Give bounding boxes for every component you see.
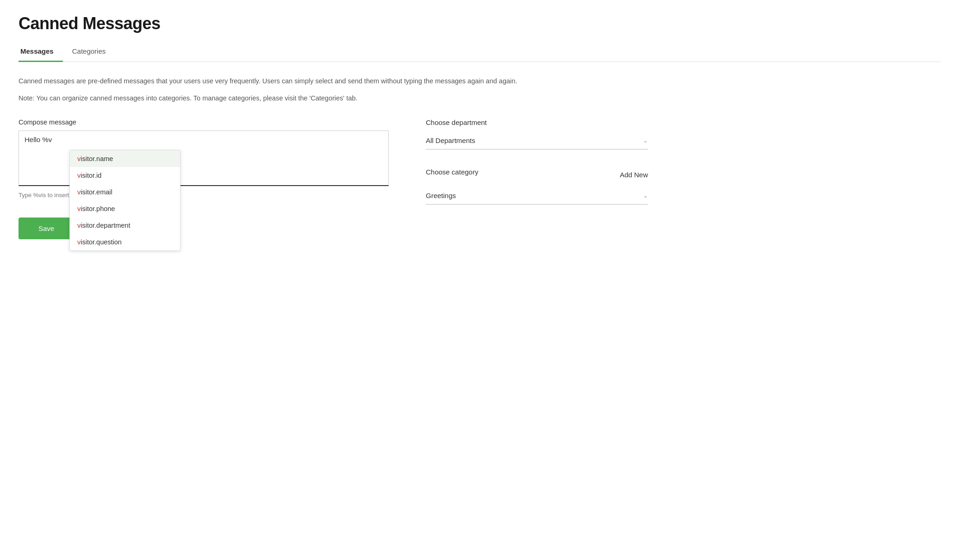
tab-categories[interactable]: Categories — [70, 43, 115, 62]
autocomplete-item-visitor-name[interactable]: visitor.name — [70, 150, 180, 167]
autocomplete-item-visitor-question[interactable]: visitor.question — [70, 234, 180, 250]
page-title: Canned Messages — [19, 14, 940, 33]
compose-label: Compose message — [19, 118, 389, 126]
department-selected-value: All Departments — [426, 137, 475, 144]
description-note: Note: You can organize canned messages i… — [19, 93, 940, 104]
autocomplete-item-visitor-email[interactable]: visitor.email — [70, 184, 180, 200]
save-button[interactable]: Save — [19, 218, 74, 239]
form-right: Choose department All Departments ⌄ Choo… — [426, 118, 648, 205]
add-new-link[interactable]: Add New — [620, 171, 648, 179]
department-dropdown[interactable]: All Departments ⌄ — [426, 132, 648, 149]
category-section: Choose category Add New Greetings ⌄ — [426, 168, 648, 205]
category-label: Choose category — [426, 168, 478, 176]
category-chevron-down-icon: ⌄ — [643, 192, 648, 199]
autocomplete-scroll: visitor.name visitor.id visitor.email vi… — [70, 150, 180, 250]
tab-messages[interactable]: Messages — [19, 43, 63, 62]
autocomplete-dropdown: visitor.name visitor.id visitor.email vi… — [69, 150, 181, 251]
department-chevron-down-icon: ⌄ — [643, 137, 648, 144]
compose-wrapper: Hello %v visitor.name visitor.id visitor… — [19, 131, 389, 186]
department-section: Choose department All Departments ⌄ — [426, 118, 648, 149]
description-block: Canned messages are pre-defined messages… — [19, 76, 940, 104]
autocomplete-item-visitor-department[interactable]: visitor.department — [70, 217, 180, 234]
department-label: Choose department — [426, 118, 648, 126]
category-header: Choose category Add New — [426, 168, 648, 181]
autocomplete-item-visitor-id[interactable]: visitor.id — [70, 167, 180, 184]
tabs-bar: Messages Categories — [19, 43, 940, 62]
category-dropdown[interactable]: Greetings ⌄ — [426, 187, 648, 205]
form-left: Compose message Hello %v visitor.name vi… — [19, 118, 389, 239]
form-layout: Compose message Hello %v visitor.name vi… — [19, 118, 940, 239]
autocomplete-item-visitor-phone[interactable]: visitor.phone — [70, 200, 180, 217]
category-selected-value: Greetings — [426, 192, 456, 199]
description-main: Canned messages are pre-defined messages… — [19, 76, 940, 87]
